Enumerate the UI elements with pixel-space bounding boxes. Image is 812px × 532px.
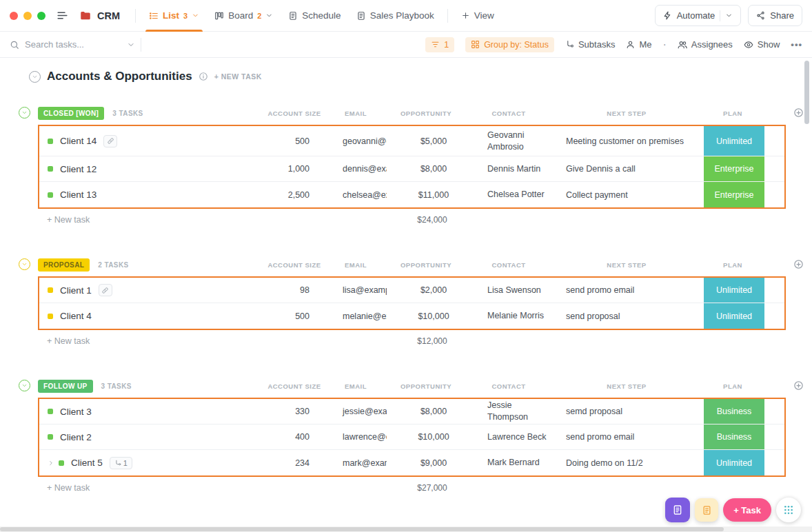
me-filter-button[interactable]: Me [626,39,651,50]
column-header-contact[interactable]: CONTACT [467,382,551,390]
column-header-contact[interactable]: CONTACT [467,110,551,117]
opportunity-cell[interactable]: $8,000 [387,164,468,174]
horizontal-scrollbar-thumb[interactable] [0,527,724,531]
notepad-button[interactable] [695,498,718,522]
column-header-next-step[interactable]: NEXT STEP [551,110,702,117]
plan-badge[interactable]: Enterprise [704,182,764,207]
column-header-next-step[interactable]: NEXT STEP [551,261,702,269]
new-task-row-button[interactable]: + New task [38,336,263,346]
task-name[interactable]: Client 3 [60,407,92,417]
column-header-opportunity[interactable]: OPPORTUNITY [385,382,467,390]
add-column-icon[interactable] [793,259,804,269]
assignees-button[interactable]: Assignees [678,39,733,50]
column-header-plan[interactable]: PLAN [702,110,763,117]
search-input[interactable] [25,39,121,50]
task-row[interactable]: Client 5 1 234 mark@exam $9,000 Mark Ber… [39,450,784,475]
email-cell[interactable]: dennis@exa [327,164,387,174]
link-icon[interactable] [99,284,112,296]
opportunity-cell[interactable]: $8,000 [387,407,468,416]
plan-badge[interactable]: Unlimited [704,450,764,475]
new-task-top-button[interactable]: + NEW TASK [214,72,262,81]
add-column-icon[interactable] [793,108,804,118]
contact-cell[interactable]: Melanie Morris [468,310,552,322]
email-cell[interactable]: jessie@exam [327,407,387,416]
contact-cell[interactable]: Mark Bernard [468,457,552,469]
email-cell[interactable]: mark@exam [327,458,387,468]
task-row[interactable]: Client 4 500 melanie@ex $10,000 Melanie … [39,303,784,329]
app-launcher-button[interactable] [776,498,801,522]
task-name[interactable]: Client 12 [60,164,97,174]
collapse-group-icon[interactable] [19,107,30,119]
status-dot[interactable] [59,460,64,466]
opportunity-cell[interactable]: $9,000 [387,458,468,468]
search-box[interactable] [10,39,135,50]
column-header-email[interactable]: EMAIL [326,110,385,117]
subtasks-button[interactable]: Subtasks [565,39,615,50]
plan-badge[interactable]: Business [704,399,764,424]
plan-badge[interactable]: Unlimited [704,126,764,156]
subtask-count-badge[interactable]: 1 [110,457,132,469]
filter-button[interactable]: 1 [425,37,454,52]
contact-cell[interactable]: Lisa Swenson [468,285,552,296]
group-by-button[interactable]: Group by: Status [465,37,554,52]
task-name[interactable]: Client 2 [60,432,92,442]
opportunity-cell[interactable]: $2,000 [387,285,468,295]
task-name[interactable]: Client 14 [60,136,97,146]
collapse-group-icon[interactable] [19,258,30,270]
tab-board[interactable]: Board 2 [207,0,281,32]
task-row[interactable]: Client 1 98 lisa@exampl $2,000 Lisa Swen… [39,278,784,303]
opportunity-cell[interactable]: $10,000 [387,311,468,321]
task-row[interactable]: Client 14 500 geovanni@e $5,000 Geovanni… [39,126,784,156]
column-header-email[interactable]: EMAIL [326,382,385,390]
email-cell[interactable]: melanie@ex [327,311,387,321]
next-step-cell[interactable]: send promo email [552,432,704,442]
task-name[interactable]: Client 5 [71,458,103,468]
column-header-opportunity[interactable]: OPPORTUNITY [385,110,467,117]
minimize-window-button[interactable] [23,12,32,20]
column-header-account-size[interactable]: ACCOUNT SIZE [263,110,326,117]
tab-list[interactable]: List 3 [141,0,207,32]
sidebar-menu-icon[interactable] [57,10,68,21]
email-cell[interactable]: lawrence@e [327,432,387,442]
next-step-cell[interactable]: Meeting customer on premises [552,136,704,146]
expand-subtasks-icon[interactable] [48,460,54,467]
contact-cell[interactable]: Dennis Martin [468,163,552,175]
status-dot[interactable] [48,139,53,144]
tab-schedule[interactable]: Schedule [281,0,348,32]
opportunity-cell[interactable]: $5,000 [387,136,468,146]
add-view-button[interactable]: View [454,0,502,32]
account-size-cell[interactable]: 2,500 [264,190,327,200]
zoom-window-button[interactable] [37,12,45,20]
plan-badge[interactable]: Business [704,424,764,449]
contact-cell[interactable]: Lawrence Beck [468,431,552,443]
status-dot[interactable] [48,314,53,319]
account-size-cell[interactable]: 234 [264,458,327,468]
email-cell[interactable]: chelsea@exa [327,190,387,200]
plan-badge[interactable]: Enterprise [704,156,764,181]
email-cell[interactable]: lisa@exampl [327,285,387,295]
column-header-email[interactable]: EMAIL [326,261,385,269]
next-step-cell[interactable]: semd proposal [552,407,704,416]
next-step-cell[interactable]: send proposal [552,311,704,321]
plan-badge[interactable]: Unlimited [704,278,764,303]
task-row[interactable]: Client 3 330 jessie@exam $8,000 Jessie T… [39,399,784,424]
account-size-cell[interactable]: 330 [264,407,327,416]
task-row[interactable]: Client 13 2,500 chelsea@exa $11,000 Chel… [39,182,784,207]
close-window-button[interactable] [10,12,18,20]
vertical-scrollbar-thumb[interactable] [804,61,809,124]
status-dot[interactable] [48,166,53,172]
account-size-cell[interactable]: 98 [264,285,327,295]
add-task-button[interactable]: + Task [723,498,771,522]
next-step-cell[interactable]: Collect payment [552,190,704,200]
next-step-cell[interactable]: send promo email [552,285,704,295]
task-name[interactable]: Client 4 [60,311,92,321]
status-dot[interactable] [48,434,53,440]
opportunity-cell[interactable]: $10,000 [387,432,468,442]
column-header-opportunity[interactable]: OPPORTUNITY [385,261,467,269]
account-size-cell[interactable]: 400 [264,432,327,442]
contact-cell[interactable]: Chelsea Potter [468,189,552,201]
link-icon[interactable] [103,135,117,147]
column-header-plan[interactable]: PLAN [702,382,763,390]
more-options-button[interactable]: ••• [791,39,802,50]
collapse-view-icon[interactable] [29,71,41,83]
